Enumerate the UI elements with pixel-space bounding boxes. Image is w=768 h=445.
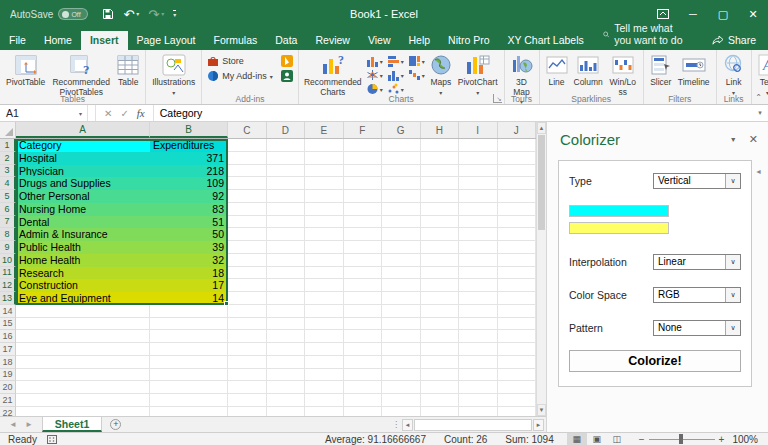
cell-G2[interactable]: [382, 152, 421, 165]
macro-record-icon[interactable]: [47, 435, 57, 444]
previous-sheet-icon[interactable]: ◄: [9, 420, 17, 429]
ribbon-tab-xy-chart-labels[interactable]: XY Chart Labels: [499, 31, 593, 50]
ribbon-tab-help[interactable]: Help: [399, 31, 439, 50]
name-box[interactable]: A1 ▾: [0, 105, 88, 121]
cell-C18[interactable]: [228, 356, 267, 369]
cell-A19[interactable]: [16, 369, 150, 382]
cell-A1[interactable]: Category: [16, 139, 150, 152]
row-header-9[interactable]: 9: [0, 241, 16, 254]
cell-B18[interactable]: [150, 356, 228, 369]
cell-J14[interactable]: [498, 305, 537, 318]
cell-C12[interactable]: [228, 279, 267, 292]
cell-D18[interactable]: [267, 356, 306, 369]
cell-I20[interactable]: [459, 381, 498, 394]
column-header-E[interactable]: E: [305, 122, 344, 138]
cell-G11[interactable]: [382, 267, 421, 280]
end-color-swatch[interactable]: [569, 222, 669, 234]
cell-I19[interactable]: [459, 369, 498, 382]
cell-I11[interactable]: [459, 267, 498, 280]
cell-E16[interactable]: [305, 330, 344, 343]
row-header-6[interactable]: 6: [0, 203, 16, 216]
name-box-dropdown-icon[interactable]: ▾: [79, 110, 87, 117]
cell-C8[interactable]: [228, 228, 267, 241]
row-header-16[interactable]: 16: [0, 330, 16, 343]
cell-H14[interactable]: [421, 305, 460, 318]
cell-C13[interactable]: [228, 292, 267, 305]
column-header-D[interactable]: D: [267, 122, 306, 138]
cell-E1[interactable]: [305, 139, 344, 152]
cell-G5[interactable]: [382, 190, 421, 203]
status-count[interactable]: Count: 26: [435, 434, 496, 445]
ribbon-tab-page-layout[interactable]: Page Layout: [128, 31, 205, 50]
cell-E13[interactable]: [305, 292, 344, 305]
expand-formula-bar-icon[interactable]: ▾: [752, 105, 768, 121]
ribbon-tab-file[interactable]: File: [0, 31, 35, 50]
cell-F1[interactable]: [344, 139, 383, 152]
illustrations-button[interactable]: Illustrations ▾: [149, 52, 198, 99]
pane-scroll-left-icon[interactable]: ◄: [755, 168, 762, 175]
share-button[interactable]: Share: [700, 31, 768, 50]
undo-button[interactable]: ↶▾: [123, 8, 139, 21]
cell-J3[interactable]: [498, 165, 537, 178]
cell-G14[interactable]: [382, 305, 421, 318]
cell-D11[interactable]: [267, 267, 306, 280]
collapse-ribbon-icon[interactable]: ⌃: [755, 93, 762, 102]
cell-D14[interactable]: [267, 305, 306, 318]
cell-C9[interactable]: [228, 241, 267, 254]
cell-F8[interactable]: [344, 228, 383, 241]
colorspace-select[interactable]: RGB ∨: [653, 287, 741, 303]
sheet-tab-sheet1[interactable]: Sheet1: [42, 417, 102, 432]
row-header-1[interactable]: 1: [0, 139, 16, 152]
cell-C10[interactable]: [228, 254, 267, 267]
cell-F15[interactable]: [344, 318, 383, 331]
cell-E4[interactable]: [305, 177, 344, 190]
cell-I22[interactable]: [459, 407, 498, 416]
formula-input[interactable]: Category: [154, 105, 752, 121]
insert-bar-chart-button[interactable]: ▾: [387, 55, 404, 67]
cell-G20[interactable]: [382, 381, 421, 394]
cell-A4[interactable]: Drugs and Supplies: [16, 177, 150, 190]
cell-G17[interactable]: [382, 343, 421, 356]
cell-F11[interactable]: [344, 267, 383, 280]
cell-H4[interactable]: [421, 177, 460, 190]
cell-A10[interactable]: Home Health: [16, 254, 150, 267]
cell-J19[interactable]: [498, 369, 537, 382]
column-header-B[interactable]: B: [150, 122, 228, 138]
row-header-4[interactable]: 4: [0, 177, 16, 190]
column-header-F[interactable]: F: [344, 122, 383, 138]
cell-F3[interactable]: [344, 165, 383, 178]
row-header-21[interactable]: 21: [0, 394, 16, 407]
pattern-select[interactable]: None ∨: [653, 320, 741, 336]
new-sheet-button[interactable]: +: [102, 417, 129, 432]
cell-H13[interactable]: [421, 292, 460, 305]
row-header-17[interactable]: 17: [0, 343, 16, 356]
cell-C17[interactable]: [228, 343, 267, 356]
name-box-resize-handle[interactable]: [88, 105, 96, 121]
cell-D1[interactable]: [267, 139, 306, 152]
cell-G3[interactable]: [382, 165, 421, 178]
cell-C5[interactable]: [228, 190, 267, 203]
cell-B6[interactable]: 83: [150, 203, 228, 216]
status-sum[interactable]: Sum: 1094: [496, 434, 562, 445]
cell-H7[interactable]: [421, 216, 460, 229]
cell-G7[interactable]: [382, 216, 421, 229]
cell-B22[interactable]: [150, 407, 228, 416]
close-button[interactable]: ✕: [738, 0, 768, 28]
cell-C19[interactable]: [228, 369, 267, 382]
cell-G13[interactable]: [382, 292, 421, 305]
zoom-in-icon[interactable]: +: [719, 434, 725, 445]
cell-J15[interactable]: [498, 318, 537, 331]
cell-A21[interactable]: [16, 394, 150, 407]
cell-D5[interactable]: [267, 190, 306, 203]
column-header-I[interactable]: I: [459, 122, 498, 138]
ribbon-tab-insert[interactable]: Insert: [81, 31, 128, 50]
cell-F10[interactable]: [344, 254, 383, 267]
cell-A12[interactable]: Construction: [16, 279, 150, 292]
cell-D6[interactable]: [267, 203, 306, 216]
vertical-scrollbar[interactable]: ▲ ▼: [536, 122, 546, 416]
cell-E15[interactable]: [305, 318, 344, 331]
horizontal-scrollbar[interactable]: ⋮ ◄ ►: [392, 417, 546, 432]
store-button[interactable]: Store: [207, 55, 273, 67]
cell-I18[interactable]: [459, 356, 498, 369]
insert-histogram-chart-button[interactable]: ▾: [387, 69, 404, 81]
